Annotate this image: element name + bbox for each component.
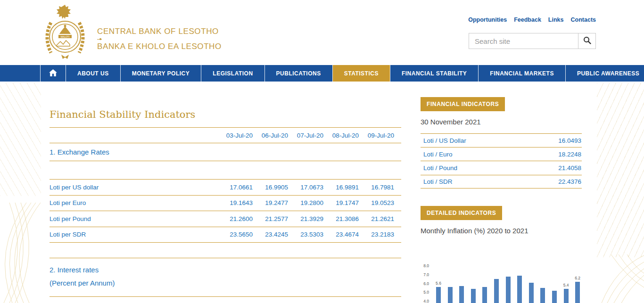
row-value: 19.2477 — [253, 199, 288, 206]
row-value: 23.2183 — [359, 231, 394, 238]
bar-data-label: 5.6 — [434, 281, 443, 286]
top-link-feedback[interactable]: Feedback — [514, 16, 541, 23]
main-navigation: ABOUT USMONETARY POLICYLEGISLATIONPUBLIC… — [0, 65, 644, 82]
inflation-bar — [482, 287, 487, 303]
row-label: Loti per Pound — [50, 215, 217, 222]
indicator-value: 18.2248 — [558, 151, 581, 158]
bank-name-sesotho: BANKA E KHOLO EA LESOTHO — [97, 42, 222, 51]
row-value: 16.9905 — [253, 184, 288, 191]
top-utility-links: OpportunitiesFeedbackLinksContacts — [468, 16, 596, 23]
table-row: Loti per SDR23.565023.424523.530323.4674… — [50, 227, 401, 243]
search-button[interactable] — [578, 33, 596, 49]
left-hatch-decoration — [0, 83, 41, 196]
bank-name-english: CENTRAL BANK OF LESOTHO — [97, 27, 222, 36]
row-value: 16.9891 — [323, 184, 359, 191]
search-input[interactable] — [469, 33, 578, 49]
bar-data-label: 6.2 — [573, 276, 582, 280]
nav-item-public-awareness[interactable]: PUBLIC AWARENESS — [565, 65, 644, 82]
bank-name: CENTRAL BANK OF LESOTHO BANKA E KHOLO EA… — [97, 27, 222, 51]
nav-item-home[interactable] — [40, 65, 66, 82]
row-value: 23.5303 — [288, 231, 323, 238]
search-icon — [583, 36, 591, 46]
nav-item-label: FINANCIAL STABILITY — [402, 70, 467, 77]
section-interest-rates: 2. Interest rates (Percent per Annum) — [50, 258, 401, 297]
row-value: 21.2600 — [217, 215, 253, 222]
site-header: MALOTI CENTRAL BANK OF LESOTHO BANKA E K… — [0, 0, 644, 65]
section-interest-rates-units: (Percent per Annum) — [50, 277, 401, 290]
top-link-opportunities[interactable]: Opportunities — [468, 16, 507, 23]
row-value: 17.0661 — [217, 184, 253, 191]
row-value: 19.1643 — [217, 199, 253, 206]
inflation-bar — [471, 289, 476, 303]
nav-item-label: MONETARY POLICY — [132, 70, 190, 77]
table-date-header-row: 03-Jul-2006-Jul-2007-Jul-2008-Jul-2009-J… — [50, 127, 401, 143]
table-empty-row — [50, 161, 401, 179]
section-exchange-rates-label: 1. Exchange Rates — [50, 148, 109, 156]
y-axis-tick-label: 4.0 — [420, 299, 429, 303]
brand-divider — [97, 38, 186, 40]
indicator-value: 21.4058 — [558, 164, 581, 172]
inflation-bar — [575, 282, 580, 303]
nav-item-label: ABOUT US — [77, 70, 109, 77]
inflation-bar — [448, 287, 453, 303]
monthly-inflation-bar-chart: 8.07.06.05.04.05.65.46.2 — [420, 260, 586, 303]
row-value: 17.0673 — [288, 184, 323, 191]
indicator-label: Loti / Pound — [423, 164, 457, 172]
indicator-row: Loti / SDR22.4376 — [421, 175, 582, 188]
inflation-bar — [540, 288, 545, 303]
svg-text:MALOTI: MALOTI — [61, 35, 70, 38]
date-header-cell: 06-Jul-20 — [253, 132, 288, 139]
indicator-label: Loti / Euro — [423, 151, 453, 158]
top-link-links[interactable]: Links — [548, 16, 564, 23]
table-body: Loti per US dollar17.066116.990517.06731… — [50, 179, 401, 242]
y-axis-tick-label: 6.0 — [420, 281, 429, 286]
date-header-cell: 09-Jul-20 — [359, 132, 394, 139]
inflation-bar — [564, 289, 569, 303]
nav-item-financial-stability[interactable]: FINANCIAL STABILITY — [390, 65, 478, 82]
nav-item-label: PUBLIC AWARENESS — [577, 70, 639, 77]
detailed-indicators-heading: DETAILED INDICATORS — [421, 206, 502, 220]
page-title: Financial Stability Indicators — [50, 109, 195, 120]
y-axis-tick-label: 7.0 — [420, 272, 429, 277]
table-empty-row — [50, 242, 401, 258]
top-link-contacts[interactable]: Contacts — [571, 16, 596, 23]
inflation-bar — [494, 279, 499, 303]
row-value: 21.2621 — [359, 215, 394, 222]
page: MALOTI CENTRAL BANK OF LESOTHO BANKA E K… — [0, 0, 644, 303]
row-value: 19.2800 — [288, 199, 323, 206]
nav-item-monetary-policy[interactable]: MONETARY POLICY — [120, 65, 201, 82]
row-label: Loti per Euro — [50, 199, 217, 206]
nav-item-financial-markets[interactable]: FINANCIAL MARKETS — [478, 65, 565, 82]
row-value: 23.5650 — [217, 231, 253, 238]
indicator-row: Loti / Pound21.4058 — [421, 161, 582, 174]
financial-indicators-heading: FINANCIAL INDICATORS — [421, 97, 505, 111]
section-interest-rates-label: 2. Interest rates — [50, 263, 401, 277]
date-header-cell: 08-Jul-20 — [323, 132, 359, 139]
inflation-bar — [506, 277, 511, 303]
site-search — [469, 33, 596, 49]
right-guilloche-decoration — [602, 254, 644, 303]
row-value: 21.3929 — [288, 215, 323, 222]
indicator-row: Loti / US Dollar16.0493 — [421, 133, 582, 147]
nav-item-label: LEGISLATION — [213, 70, 253, 77]
row-value: 23.4245 — [253, 231, 288, 238]
financial-stability-table: 03-Jul-2006-Jul-2007-Jul-2008-Jul-2009-J… — [50, 127, 401, 297]
nav-item-publications[interactable]: PUBLICATIONS — [264, 65, 332, 82]
bar-data-label: 5.4 — [561, 283, 571, 287]
indicator-row: Loti / Euro18.2248 — [421, 147, 582, 161]
date-header-cell: 03-Jul-20 — [217, 132, 253, 139]
row-value: 21.2577 — [253, 215, 288, 222]
chart-title: Monthly Inflation (%) 2020 to 2021 — [421, 227, 528, 235]
nav-item-label: FINANCIAL MARKETS — [490, 70, 554, 77]
indicator-label: Loti / US Dollar — [423, 137, 466, 144]
section-exchange-rates: 1. Exchange Rates — [50, 143, 401, 161]
nav-item-about-us[interactable]: ABOUT US — [66, 65, 120, 82]
home-icon — [49, 69, 57, 78]
right-hatch-decoration — [597, 83, 644, 257]
inflation-bar — [436, 287, 441, 303]
row-label: Loti per US dollar — [50, 184, 217, 191]
nav-item-legislation[interactable]: LEGISLATION — [201, 65, 264, 82]
row-value: 16.7981 — [359, 184, 394, 191]
row-value: 21.3086 — [323, 215, 359, 222]
nav-item-statistics[interactable]: STATISTICS — [332, 65, 390, 82]
